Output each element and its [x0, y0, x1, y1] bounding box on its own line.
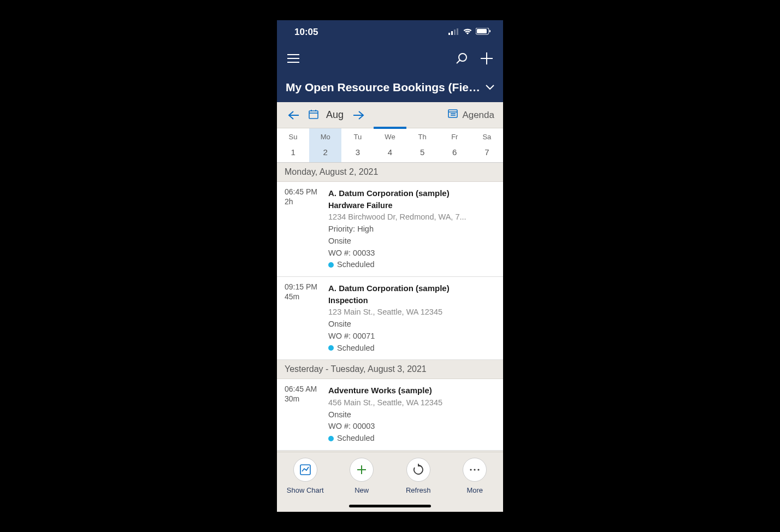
status-dot-icon — [328, 262, 334, 268]
add-icon[interactable] — [479, 51, 494, 66]
card-status: Scheduled — [337, 259, 375, 271]
svg-point-28 — [474, 469, 476, 470]
wifi-icon — [463, 27, 472, 37]
day-col-sa[interactable]: Sa7 — [471, 128, 503, 162]
svg-line-11 — [457, 60, 460, 63]
card-location: Onsite — [328, 318, 495, 330]
card-wo: WO #: 00071 — [328, 330, 495, 342]
status-bar: 10:05 — [277, 20, 503, 44]
show-chart-label: Show Chart — [287, 486, 324, 494]
refresh-button[interactable]: Refresh — [394, 458, 443, 512]
more-icon — [463, 458, 487, 482]
card-body: A. Datum Corporation (sample)Inspection1… — [328, 282, 495, 354]
chart-icon — [293, 458, 317, 482]
day-num: 3 — [341, 147, 374, 157]
svg-rect-15 — [309, 111, 318, 119]
card-title: A. Datum Corporation (sample) — [328, 187, 495, 200]
svg-rect-5 — [477, 29, 487, 33]
day-col-tu[interactable]: Tu3 — [341, 128, 374, 162]
show-chart-button[interactable]: Show Chart — [281, 458, 330, 512]
bookings-list: Monday, August 2, 202106:45 PM2hA. Datum… — [277, 163, 503, 451]
card-time: 09:15 PM — [285, 282, 317, 291]
card-body: A. Datum Corporation (sample)Hardware Fa… — [328, 187, 495, 271]
card-status: Scheduled — [337, 433, 375, 445]
card-title: A. Datum Corporation (sample) — [328, 282, 495, 295]
svg-rect-0 — [448, 33, 450, 35]
view-title-bar[interactable]: My Open Resource Bookings (Fiel... — [277, 73, 503, 102]
status-dot-icon — [328, 345, 334, 351]
card-location: Onsite — [328, 409, 495, 421]
agenda-icon — [448, 109, 458, 121]
new-button[interactable]: New — [337, 458, 386, 512]
card-time-col: 06:45 AM30m — [285, 385, 317, 445]
search-icon[interactable] — [454, 51, 469, 66]
card-duration: 45m — [285, 292, 317, 301]
card-time-col: 09:15 PM45m — [285, 282, 317, 354]
card-address: 456 Main St., Seattle, WA 12345 — [328, 397, 495, 409]
day-name: We — [374, 133, 406, 141]
month-bar: Aug Agenda — [277, 102, 503, 128]
day-name: Th — [406, 133, 439, 141]
day-col-we[interactable]: We4 — [374, 128, 406, 162]
nav-bar — [277, 44, 503, 73]
day-col-su[interactable]: Su1 — [277, 128, 309, 162]
plus-icon — [350, 458, 374, 482]
card-status-row: Scheduled — [328, 342, 495, 354]
svg-rect-2 — [454, 29, 456, 35]
day-num: 5 — [406, 147, 439, 157]
menu-icon[interactable] — [286, 51, 301, 66]
card-status-row: Scheduled — [328, 259, 495, 271]
card-duration: 2h — [285, 197, 317, 206]
svg-point-27 — [470, 469, 472, 470]
view-title: My Open Resource Bookings (Fiel... — [286, 81, 480, 94]
day-col-mo[interactable]: Mo2 — [309, 128, 341, 162]
month-label[interactable]: Aug — [326, 109, 344, 121]
day-num: 2 — [309, 147, 341, 157]
day-col-fr[interactable]: Fr6 — [439, 128, 471, 162]
day-col-th[interactable]: Th5 — [406, 128, 439, 162]
card-time: 06:45 AM — [285, 385, 317, 393]
chevron-down-icon — [486, 82, 494, 92]
day-name: Tu — [341, 133, 374, 141]
refresh-label: Refresh — [406, 486, 431, 494]
battery-icon — [476, 27, 491, 37]
day-name: Sa — [471, 133, 503, 141]
booking-card[interactable]: 06:45 PM2hA. Datum Corporation (sample)H… — [277, 182, 503, 277]
card-address: 1234 Birchwood Dr, Redmond, WA, 7... — [328, 211, 495, 223]
agenda-label: Agenda — [462, 110, 494, 121]
prev-month-icon[interactable] — [286, 108, 301, 123]
bottom-bar: Show Chart New Refresh More — [277, 452, 503, 512]
svg-point-29 — [478, 469, 480, 470]
svg-rect-3 — [457, 28, 458, 35]
card-body: Adventure Works (sample)456 Main St., Se… — [328, 385, 495, 445]
status-time: 10:05 — [294, 27, 318, 38]
card-duration: 30m — [285, 394, 317, 403]
phone-frame: 10:05 My Open Resource Bookings (Fiel... — [277, 20, 503, 512]
home-indicator[interactable] — [349, 505, 431, 507]
agenda-view-button[interactable]: Agenda — [448, 109, 494, 121]
more-button[interactable]: More — [450, 458, 499, 512]
card-address: 123 Main St., Seattle, WA 12345 — [328, 306, 495, 318]
day-num: 1 — [277, 147, 309, 157]
card-time: 06:45 PM — [285, 187, 317, 196]
card-title: Adventure Works (sample) — [328, 385, 495, 397]
card-wo: WO #: 00003 — [328, 421, 495, 433]
signal-icon — [448, 27, 459, 37]
section-header: Monday, August 2, 2021 — [277, 163, 503, 182]
day-num: 7 — [471, 147, 503, 157]
card-priority: Priority: High — [328, 223, 495, 235]
status-icons — [448, 27, 491, 37]
svg-point-10 — [459, 54, 466, 61]
section-header: Yesterday - Tuesday, August 3, 2021 — [277, 360, 503, 379]
status-dot-icon — [328, 436, 334, 441]
day-num: 6 — [439, 147, 471, 157]
booking-card[interactable]: 06:45 AM30mAdventure Works (sample)456 M… — [277, 379, 503, 451]
card-status-row: Scheduled — [328, 433, 495, 445]
day-name: Fr — [439, 133, 471, 141]
calendar-icon[interactable] — [309, 109, 318, 121]
next-month-icon[interactable] — [351, 108, 367, 123]
day-name: Su — [277, 133, 309, 141]
more-label: More — [466, 486, 483, 494]
card-location: Onsite — [328, 235, 495, 247]
booking-card[interactable]: 09:15 PM45mA. Datum Corporation (sample)… — [277, 277, 503, 360]
